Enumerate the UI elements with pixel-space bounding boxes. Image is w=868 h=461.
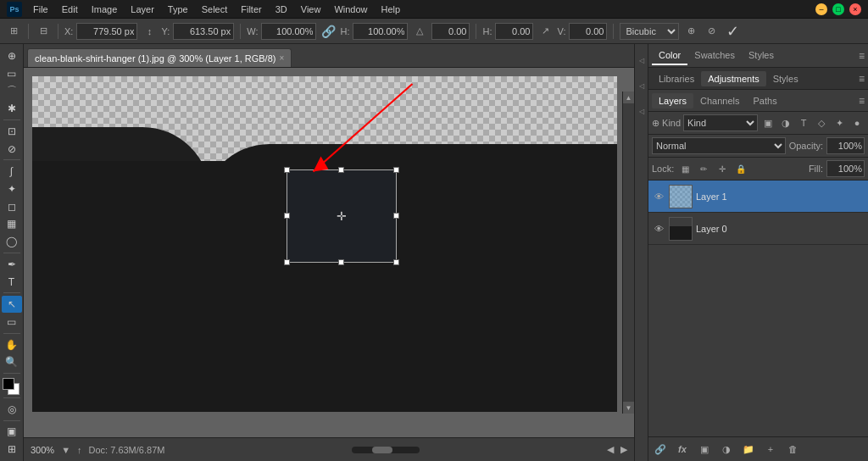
w-input[interactable] — [261, 23, 316, 40]
h-skew-input[interactable] — [495, 23, 533, 40]
adjustment-button[interactable]: ◑ — [718, 441, 735, 458]
y-input[interactable] — [173, 23, 234, 40]
menu-image[interactable]: Image — [86, 3, 124, 16]
vertical-scrollbar[interactable]: ▲ ▼ — [622, 92, 634, 414]
cancel-transform-icon[interactable]: ⊘ — [703, 23, 720, 40]
panel-menu-button[interactable]: ≡ — [859, 50, 865, 62]
transform-handle-tm[interactable] — [338, 167, 344, 173]
lock-position-icon[interactable]: ✛ — [715, 161, 730, 176]
adjustment-filter-icon[interactable]: ◑ — [778, 115, 793, 131]
layers-menu-button[interactable]: ≡ — [859, 95, 865, 107]
dodge-tool[interactable]: ◯ — [2, 233, 22, 250]
opacity-input[interactable] — [826, 137, 865, 154]
shape-filter-icon[interactable]: ◇ — [814, 115, 829, 131]
sub-tab-styles[interactable]: Styles — [766, 71, 805, 86]
commit-transform-button[interactable]: ✓ — [726, 22, 739, 41]
scroll-down-button[interactable]: ▼ — [623, 402, 635, 414]
gradient-tool[interactable]: ▦ — [2, 216, 22, 233]
quick-mask-tool[interactable]: ◎ — [2, 401, 22, 418]
panel-toggle-1[interactable]: ◁ — [636, 47, 648, 73]
layer0-visibility-toggle[interactable]: 👁 — [652, 222, 665, 236]
pen-tool[interactable]: ✒ — [2, 256, 22, 273]
transform-handle-bl[interactable] — [284, 259, 290, 265]
fill-input[interactable] — [826, 160, 865, 177]
tab-color[interactable]: Color — [652, 47, 687, 65]
tab-layers[interactable]: Layers — [652, 93, 693, 108]
tab-channels[interactable]: Channels — [693, 93, 746, 108]
menu-file[interactable]: File — [27, 3, 54, 16]
panel-toggle-2[interactable]: ◁ — [636, 73, 648, 98]
eyedropper-tool[interactable]: ⊘ — [2, 141, 22, 158]
mask-button[interactable]: ▣ — [696, 441, 713, 458]
brush-tool[interactable]: ∫ — [2, 163, 22, 180]
v-skew-input[interactable] — [569, 23, 607, 40]
maximize-button[interactable]: □ — [832, 3, 844, 15]
transform-handle-br[interactable] — [393, 259, 399, 265]
quick-select-tool[interactable]: ✱ — [2, 100, 22, 117]
warp-icon[interactable]: ⊕ — [682, 23, 699, 40]
move-tool[interactable]: ⊕ — [2, 47, 22, 64]
menu-filter[interactable]: Filter — [235, 3, 267, 16]
pixel-filter-icon[interactable]: ▣ — [760, 115, 776, 131]
menu-layer[interactable]: Layer — [125, 3, 160, 16]
zoom-tool[interactable]: 🔍 — [2, 353, 22, 370]
menu-edit[interactable]: Edit — [56, 3, 84, 16]
shape-tool[interactable]: ▭ — [2, 314, 22, 330]
menu-view[interactable]: View — [295, 3, 327, 16]
foreground-background-colors[interactable] — [3, 378, 21, 393]
lasso-tool[interactable]: ⌒ — [2, 83, 22, 100]
panel-toggle-3[interactable]: ◁ — [636, 98, 648, 124]
layer-item-layer0[interactable]: 👁 Layer 0 — [648, 213, 868, 245]
chain-icon[interactable]: 🔗 — [320, 23, 337, 40]
lock-all-icon[interactable]: 🔒 — [733, 161, 748, 176]
horizontal-scroll-track[interactable] — [352, 447, 420, 453]
lock-pixels-icon[interactable]: ✏ — [696, 161, 711, 176]
eraser-tool[interactable]: ◻ — [2, 198, 22, 215]
blend-mode-select[interactable]: Normal Multiply Screen — [652, 137, 786, 154]
layer1-visibility-toggle[interactable]: 👁 — [652, 190, 665, 203]
scroll-left-button[interactable]: ◀ — [607, 444, 614, 455]
group-button[interactable]: 📁 — [740, 441, 757, 458]
type-tool[interactable]: T — [2, 274, 22, 291]
transform-handle-mr[interactable] — [393, 213, 399, 219]
canvas-viewport[interactable]: ✛ ▲ ▼ — [24, 68, 634, 437]
frame-tool[interactable]: ⊞ — [2, 441, 22, 458]
sub-tab-libraries[interactable]: Libraries — [652, 71, 701, 86]
smart-filter-icon[interactable]: ✦ — [832, 115, 847, 131]
zoom-menu-button[interactable]: ▼ — [61, 445, 70, 455]
crop-tool[interactable]: ⊡ — [2, 123, 22, 140]
horizontal-scroll-thumb[interactable] — [372, 447, 392, 453]
document-tab[interactable]: clean-blank-shirt-hanger (1).jpg @ 300% … — [27, 48, 292, 67]
marquee-tool[interactable]: ▭ — [2, 65, 22, 82]
new-layer-button[interactable]: + — [762, 441, 779, 458]
lock-transparent-icon[interactable]: ▦ — [677, 161, 693, 176]
link-layers-button[interactable]: 🔗 — [652, 441, 669, 458]
scroll-right-button[interactable]: ▶ — [620, 444, 627, 455]
menu-window[interactable]: Window — [328, 3, 373, 16]
menu-type[interactable]: Type — [162, 3, 194, 16]
type-filter-icon[interactable]: T — [796, 115, 811, 131]
tab-paths[interactable]: Paths — [747, 93, 784, 108]
hand-tool[interactable]: ✋ — [2, 336, 22, 353]
foreground-color[interactable] — [3, 378, 14, 390]
clone-tool[interactable]: ✦ — [2, 181, 22, 197]
menu-select[interactable]: Select — [196, 3, 234, 16]
sub-tab-adjustments[interactable]: Adjustments — [701, 71, 766, 86]
tab-styles[interactable]: Styles — [742, 47, 781, 65]
fx-button[interactable]: fx — [674, 441, 691, 458]
path-select-tool[interactable]: ↖ — [2, 296, 22, 313]
tab-swatches[interactable]: Swatches — [687, 47, 742, 65]
angle-input[interactable] — [431, 23, 470, 40]
export-icon[interactable]: ↑ — [77, 445, 82, 455]
scroll-up-button[interactable]: ▲ — [623, 92, 635, 103]
layer-item-layer1[interactable]: 👁 Layer 1 — [648, 181, 868, 213]
sub-panel-menu-button[interactable]: ≡ — [859, 73, 865, 85]
interpolation-select[interactable]: Bicubic Bilinear Nearest — [620, 23, 679, 40]
minimize-button[interactable]: – — [815, 3, 827, 15]
screen-mode-tool[interactable]: ▣ — [2, 424, 22, 441]
transform-handle-ml[interactable] — [284, 213, 290, 219]
transform-handle-tl[interactable] — [284, 167, 290, 173]
menu-help[interactable]: Help — [376, 3, 407, 16]
transform-handle-tr[interactable] — [393, 167, 399, 173]
kind-select[interactable]: Kind — [683, 114, 758, 131]
